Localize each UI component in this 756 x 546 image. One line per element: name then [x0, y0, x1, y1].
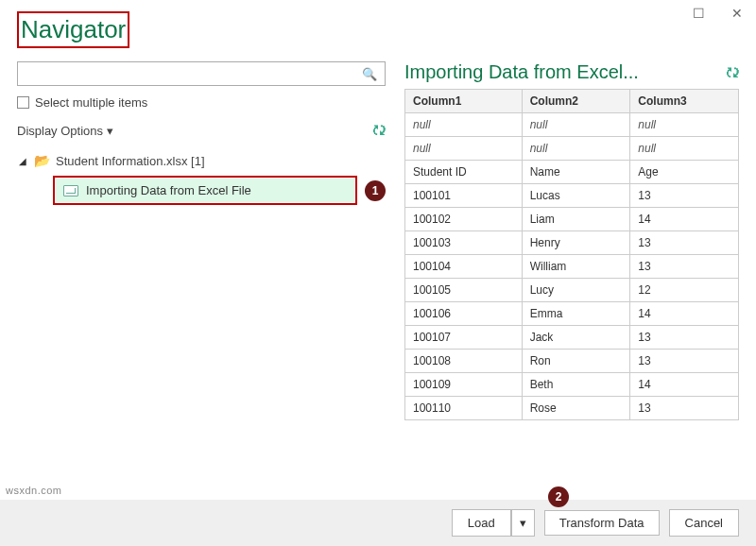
table-cell: null	[405, 113, 523, 137]
table-cell: 100110	[405, 397, 523, 420]
callout-one: 1	[365, 180, 386, 201]
preview-table: Column1 Column2 Column3 nullnullnullnull…	[404, 89, 739, 420]
display-options-row: Display Options ▾ 🗘	[17, 123, 386, 138]
table-cell: Age	[630, 161, 739, 184]
table-cell: 100104	[405, 255, 523, 279]
navigator-dialog: ☐ ✕ Navigator 🔍 Select multiple items Di…	[0, 0, 756, 546]
display-options-dropdown[interactable]: Display Options ▾	[17, 124, 113, 138]
transform-data-button[interactable]: Transform Data	[544, 510, 660, 536]
table-cell: 13	[630, 255, 739, 279]
right-pane: Importing Data from Excel... 🗘 Column1 C…	[404, 61, 739, 500]
search-box[interactable]: 🔍	[17, 61, 386, 86]
preview-header-row: Column1 Column2 Column3	[405, 90, 739, 113]
table-cell: 100106	[405, 302, 523, 326]
table-cell: Liam	[522, 208, 630, 231]
tree-sheet-item[interactable]: Importing Data from Excel File	[56, 179, 354, 202]
left-pane: 🔍 Select multiple items Display Options …	[17, 61, 386, 500]
table-cell: 13	[630, 397, 739, 420]
dialog-title: Navigator	[17, 11, 129, 48]
table-row[interactable]: 100104William13	[405, 255, 739, 279]
column-header[interactable]: Column2	[522, 90, 630, 113]
chevron-down-icon: ▾	[107, 124, 113, 138]
table-row[interactable]: 100110Rose13	[405, 397, 739, 420]
table-cell: Ron	[522, 350, 630, 373]
table-cell: null	[630, 113, 739, 137]
preview-header: Importing Data from Excel... 🗘	[404, 61, 739, 83]
preview-title: Importing Data from Excel...	[404, 61, 639, 83]
expand-icon[interactable]: ◢	[19, 156, 28, 166]
table-cell: 13	[630, 326, 739, 350]
table-cell: Emma	[522, 302, 630, 326]
close-button[interactable]: ✕	[726, 4, 748, 23]
table-cell: 100107	[405, 326, 523, 350]
table-row[interactable]: 100103Henry13	[405, 231, 739, 255]
table-cell: Rose	[522, 397, 630, 420]
callout-two: 2	[548, 486, 569, 507]
load-dropdown-button[interactable]: ▾	[511, 509, 535, 537]
table-cell: Lucas	[522, 184, 630, 208]
table-row[interactable]: 100108Ron13	[405, 350, 739, 373]
search-input[interactable]	[18, 62, 354, 85]
table-cell: 100105	[405, 279, 523, 302]
source-tree: ◢ 📂 Student Information.xlsx [1] Importi…	[17, 149, 386, 205]
tree-child-row: Importing Data from Excel File 1	[17, 176, 386, 205]
watermark: wsxdn.com	[6, 485, 62, 496]
table-cell: 100102	[405, 208, 523, 231]
table-row[interactable]: 100105Lucy12	[405, 279, 739, 302]
table-cell: null	[522, 113, 630, 137]
refresh-icon[interactable]: 🗘	[372, 123, 386, 138]
dialog-footer: 2 Load ▾ Transform Data Cancel	[0, 500, 756, 546]
folder-icon: 📂	[34, 153, 50, 168]
display-options-label: Display Options	[17, 124, 103, 138]
table-cell: 12	[630, 279, 739, 302]
select-multiple-checkbox[interactable]	[17, 96, 29, 109]
column-header[interactable]: Column3	[630, 90, 739, 113]
table-cell: Name	[522, 161, 630, 184]
table-cell: 13	[630, 231, 739, 255]
table-cell: null	[405, 137, 523, 161]
column-header[interactable]: Column1	[405, 90, 523, 113]
table-cell: 100109	[405, 373, 523, 397]
window-controls: ☐ ✕	[687, 4, 748, 23]
worksheet-icon	[63, 185, 78, 196]
search-icon[interactable]: 🔍	[354, 67, 385, 81]
title-area: Navigator	[0, 0, 756, 52]
tree-sheet-label: Importing Data from Excel File	[86, 183, 251, 197]
cancel-button[interactable]: Cancel	[669, 509, 739, 537]
table-row[interactable]: 100101Lucas13	[405, 184, 739, 208]
table-row[interactable]: nullnullnull	[405, 113, 739, 137]
table-cell: 100103	[405, 231, 523, 255]
load-button-group: Load ▾	[452, 509, 535, 537]
table-cell: Henry	[522, 231, 630, 255]
select-multiple-row[interactable]: Select multiple items	[17, 95, 386, 110]
tree-root-item[interactable]: ◢ 📂 Student Information.xlsx [1]	[17, 149, 386, 172]
table-cell: 13	[630, 184, 739, 208]
table-cell: null	[522, 137, 630, 161]
table-row[interactable]: Student IDNameAge	[405, 161, 739, 184]
table-cell: 14	[630, 373, 739, 397]
table-cell: William	[522, 255, 630, 279]
table-row[interactable]: 100107Jack13	[405, 326, 739, 350]
table-cell: Student ID	[405, 161, 523, 184]
table-cell: Beth	[522, 373, 630, 397]
table-cell: Jack	[522, 326, 630, 350]
select-multiple-label: Select multiple items	[35, 95, 147, 110]
tree-root-label: Student Information.xlsx [1]	[56, 154, 205, 168]
table-cell: 14	[630, 302, 739, 326]
table-row[interactable]: 100102Liam14	[405, 208, 739, 231]
table-cell: 14	[630, 208, 739, 231]
table-cell: 100108	[405, 350, 523, 373]
preview-refresh-icon[interactable]: 🗘	[718, 65, 739, 80]
table-row[interactable]: 100106Emma14	[405, 302, 739, 326]
table-row[interactable]: nullnullnull	[405, 137, 739, 161]
table-cell: 100101	[405, 184, 523, 208]
maximize-button[interactable]: ☐	[687, 4, 711, 23]
table-cell: null	[630, 137, 739, 161]
table-cell: 13	[630, 350, 739, 373]
content: 🔍 Select multiple items Display Options …	[0, 52, 756, 500]
table-row[interactable]: 100109Beth14	[405, 373, 739, 397]
table-cell: Lucy	[522, 279, 630, 302]
load-button[interactable]: Load	[452, 509, 511, 537]
